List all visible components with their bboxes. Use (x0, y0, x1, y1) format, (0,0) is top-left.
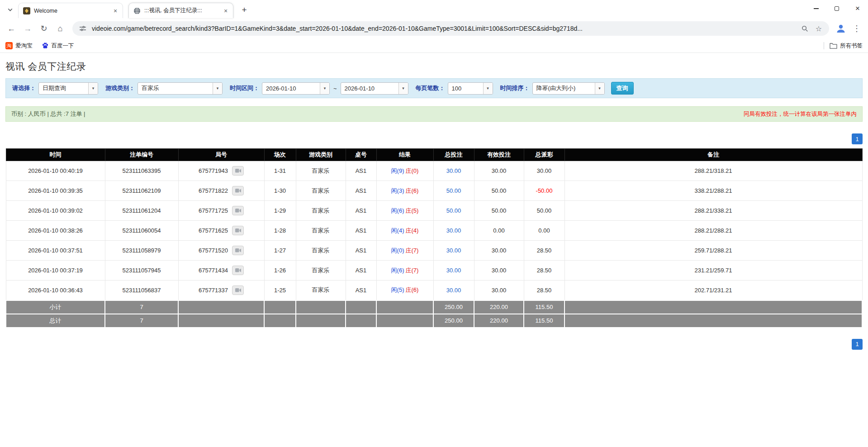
bookmark-label: 百度一下 (52, 42, 74, 50)
total-bet-link[interactable]: 50.00 (446, 207, 461, 214)
date-end-input[interactable]: 2026-01-10 ▾ (341, 82, 408, 95)
result-banker: 庄(4) (406, 227, 419, 234)
cell-note: 288.21/318.21 (564, 161, 862, 181)
page-1-button[interactable]: 1 (852, 339, 863, 350)
browser-window: Welcome × :::视讯. 会员下注纪录::: × + × ← → ↻ ⌂… (0, 0, 868, 350)
chevron-down-icon[interactable]: ▾ (320, 83, 329, 94)
bookmark-aitaobao[interactable]: 淘 爱淘宝 (5, 42, 33, 50)
bookmark-baidu[interactable]: 百度一下 (42, 42, 74, 50)
url-text[interactable]: videoie.com/game/betrecord_search/kind3?… (92, 25, 796, 32)
home-icon[interactable]: ⌂ (52, 21, 68, 36)
chevron-down-icon[interactable]: ▾ (88, 83, 98, 94)
bookmark-star-icon[interactable]: ☆ (814, 24, 824, 33)
cell-note: 338.21/288.21 (564, 181, 862, 201)
table-row: 2026-01-10 00:39:35523111062109675771822… (6, 181, 862, 201)
cell-time: 2026-01-10 00:39:35 (6, 181, 105, 201)
payout-value: -50.00 (536, 187, 553, 194)
zoom-icon[interactable] (800, 24, 810, 33)
total-bet-link[interactable]: 30.00 (446, 167, 461, 174)
total-bet-link[interactable]: 30.00 (446, 267, 461, 274)
video-replay-button[interactable] (232, 206, 244, 215)
cell-bet-id: 523111058979 (105, 241, 178, 261)
video-replay-button[interactable] (232, 166, 244, 176)
menu-icon[interactable]: ⋮ (849, 21, 864, 36)
game-kind-select[interactable]: 百家乐 ▾ (138, 82, 223, 95)
reload-icon[interactable]: ↻ (36, 21, 52, 36)
video-replay-button[interactable] (232, 186, 244, 195)
video-camera-icon (235, 228, 241, 233)
date-range-label: 时间区间： (230, 84, 259, 92)
header-round: 局号 (178, 149, 264, 161)
tab-betrecord[interactable]: :::视讯. 会员下注纪录::: × (128, 3, 233, 18)
round-number: 675771337 (199, 287, 228, 294)
back-icon[interactable]: ← (4, 21, 19, 36)
payout-value: 50.00 (537, 207, 552, 214)
chevron-down-icon[interactable]: ▾ (213, 83, 222, 94)
pagination-bottom: 1 (5, 339, 863, 350)
close-tab-icon[interactable]: × (222, 7, 229, 14)
page-1-button[interactable]: 1 (852, 133, 863, 144)
chevron-down-icon[interactable]: ▾ (398, 83, 408, 94)
minimize-button[interactable] (806, 0, 826, 17)
result-player: 闲(0) (391, 247, 404, 254)
video-replay-button[interactable] (232, 246, 244, 255)
total-bet-link[interactable]: 30.00 (446, 227, 461, 234)
cell-round: 675771625 (178, 221, 264, 241)
browser-titlebar: Welcome × :::视讯. 会员下注纪录::: × + × (0, 0, 868, 18)
total-bet-link[interactable]: 30.00 (446, 287, 461, 294)
query-type-value[interactable]: 日期查询 (39, 83, 88, 94)
total-valid-bet: 220.00 (474, 314, 524, 328)
sort-order-select[interactable]: 降幂(由大到小) ▾ (532, 82, 605, 95)
video-replay-button[interactable] (232, 226, 244, 235)
chevron-down-icon[interactable]: ▾ (483, 83, 493, 94)
close-button[interactable]: × (847, 0, 868, 17)
site-info-icon[interactable] (78, 24, 88, 33)
search-button[interactable]: 查询 (611, 82, 634, 95)
date-end-value[interactable]: 2026-01-10 (341, 83, 398, 94)
round-number: 675771943 (199, 167, 228, 174)
cell-round: 675771434 (178, 261, 264, 281)
cell-empty (178, 314, 264, 328)
date-start-value[interactable]: 2026-01-10 (262, 83, 320, 94)
header-table-no: 桌号 (346, 149, 376, 161)
sort-order-value[interactable]: 降幂(由大到小) (533, 83, 595, 94)
payout-value: 30.00 (537, 167, 552, 174)
maximize-button[interactable] (826, 0, 847, 17)
video-replay-button[interactable] (232, 266, 244, 275)
tab-welcome[interactable]: Welcome × (18, 3, 123, 18)
total-bet-link[interactable]: 50.00 (446, 187, 461, 194)
cell-valid-bet: 0.00 (474, 221, 524, 241)
game-kind-label: 游戏类别： (105, 84, 135, 92)
table-row: 2026-01-10 00:39:02523111061204675771725… (6, 201, 862, 221)
cell-session: 1-25 (264, 281, 296, 300)
bookmarks-right: 所有书签 (824, 42, 863, 50)
per-page-value[interactable]: 100 (448, 83, 483, 94)
per-page-input[interactable]: 100 ▾ (448, 82, 493, 95)
tab-search-button[interactable] (4, 3, 16, 16)
maximize-icon (835, 6, 839, 11)
video-replay-button[interactable] (232, 285, 244, 295)
cell-session: 1-31 (264, 161, 296, 181)
video-camera-icon (235, 288, 241, 293)
subtotal-payout: 115.50 (524, 300, 564, 314)
profile-icon[interactable] (834, 21, 848, 36)
url-bar[interactable]: videoie.com/game/betrecord_search/kind3?… (72, 21, 829, 36)
close-tab-icon[interactable]: × (112, 7, 119, 14)
query-type-select[interactable]: 日期查询 ▾ (38, 82, 98, 95)
all-bookmarks-button[interactable]: 所有书签 (830, 42, 863, 50)
cell-payout: 28.50 (524, 261, 564, 281)
total-bet-link[interactable]: 30.00 (446, 247, 461, 254)
cell-game-kind: 百家乐 (296, 181, 346, 201)
cell-game-kind: 百家乐 (296, 201, 346, 221)
date-start-input[interactable]: 2026-01-10 ▾ (262, 82, 330, 95)
bookmarks-separator (824, 42, 824, 49)
total-count: 7 (105, 314, 178, 328)
forward-icon[interactable]: → (20, 21, 35, 36)
chevron-down-icon[interactable]: ▾ (595, 83, 604, 94)
cell-bet-id: 523111061204 (105, 201, 178, 221)
cell-session: 1-27 (264, 241, 296, 261)
new-tab-button[interactable]: + (238, 4, 251, 16)
game-kind-value[interactable]: 百家乐 (138, 83, 213, 94)
cell-table-no: AS1 (346, 281, 376, 300)
cell-round: 675771520 (178, 241, 264, 261)
